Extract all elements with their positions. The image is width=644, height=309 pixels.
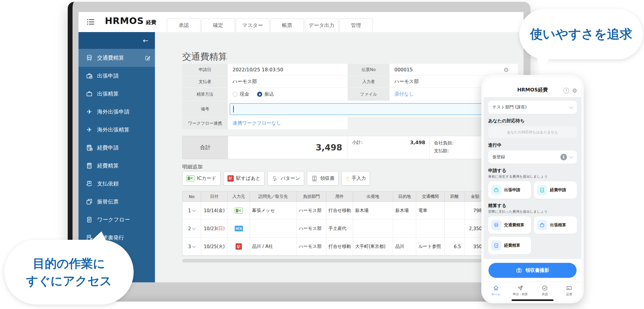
payment-hand-icon	[86, 180, 93, 187]
bag-icon	[491, 185, 501, 195]
payer-label: 支払者	[182, 76, 228, 88]
receipt-camera-button[interactable]: 領収書撮影	[488, 263, 577, 278]
speech-bubble-bottom: 目的の作業に すぐにアクセス	[4, 240, 134, 305]
hrmos-logo: HRMOS 経費	[105, 16, 156, 26]
ic-card-icon: IC	[186, 175, 194, 181]
receipt-button[interactable]: 領収書	[307, 171, 339, 186]
home-icon	[493, 285, 499, 291]
nav-apply-settle[interactable]: 申請・精算	[512, 285, 529, 296]
sidebar-item-payment-request[interactable]: 支払依頼	[79, 175, 155, 193]
tab-report[interactable]: 帳票	[270, 18, 304, 32]
sidebar-item-overseas-settle[interactable]: ✈ 海外出張精算	[79, 121, 155, 139]
station-icon: 駅	[227, 175, 234, 182]
nav-evidence[interactable]: 証憑	[560, 285, 578, 296]
settle-section-title: 精算する	[488, 203, 577, 209]
manual-input-button[interactable]: ☝ 手入力	[341, 171, 370, 186]
page-title: 交通費精算	[182, 51, 227, 63]
logo-primary: HRMOS	[105, 16, 144, 26]
table-row[interactable]: 1 10/14(金) IC 幕張メッセ ハーモス部 打合せ移動 新木場 新木場 …	[183, 202, 486, 220]
detail-add-title: 明細追加	[182, 163, 203, 170]
total-value: 3,498	[228, 136, 348, 159]
sidebar-item-trip-settle[interactable]: 出張精算	[79, 85, 155, 103]
subtotal-label: 小計:	[352, 140, 363, 145]
phone-screen: HRMOS経費 ? ⚙ テスト部門 (課長) あなたの対応待ち あなたの対応待ち…	[484, 77, 581, 301]
camera-icon	[516, 267, 522, 274]
sidebar-item-transport-expense[interactable]: 交通費精算	[79, 49, 155, 67]
workflow-label: ワークフロー連携	[182, 117, 228, 130]
workflow-icon	[86, 216, 93, 223]
expense-settle-card[interactable]: 経費精算	[488, 237, 531, 254]
chevron-down-icon	[192, 244, 196, 248]
remarks-input[interactable]	[230, 103, 482, 115]
radio-cash-circle[interactable]	[233, 92, 238, 97]
chevron-down-icon	[569, 105, 573, 109]
row-expander[interactable]: 2	[183, 220, 201, 238]
edit-pencil-icon[interactable]	[144, 55, 151, 61]
row-expander[interactable]: 1	[183, 202, 201, 220]
expense-apply-card[interactable]: 経費申請	[534, 181, 577, 199]
progress-section-title: 進行中	[488, 142, 577, 148]
briefcase-apply-icon	[86, 72, 93, 79]
sidebar-item-overseas-apply[interactable]: ✈ 海外出張申請	[79, 103, 155, 121]
menu-list-icon[interactable]	[86, 17, 95, 26]
settings-gear-icon[interactable]: ⚙	[572, 88, 577, 94]
radio-transfer[interactable]: 振込	[257, 91, 274, 97]
tab-approval[interactable]: 承認	[167, 18, 200, 32]
phone-body: テスト部門 (課長) あなたの対応待ち あなたの対応待ちはありません 進行中 仮…	[484, 97, 581, 254]
row-expander[interactable]: 3	[183, 238, 201, 256]
subtotal-value: 3,498	[410, 140, 425, 145]
transport-settle-card[interactable]: 交通費精算	[488, 216, 531, 234]
department-select[interactable]: テスト部門 (課長)	[488, 101, 577, 114]
train-icon	[491, 220, 501, 230]
ic-card-button[interactable]: IC ICカード	[182, 171, 221, 186]
settle-section-subtitle: 実際に支払った費用を提出しましょう	[488, 209, 577, 214]
hand-input-icon: ☝	[346, 175, 349, 181]
tab-confirm[interactable]: 確定	[201, 18, 235, 32]
tab-master[interactable]: マスター	[236, 18, 269, 32]
workflow-link[interactable]: 連携ワークフローなし	[233, 120, 281, 126]
plane-icon: ✈	[86, 126, 93, 133]
slip-no-label: 伝票No	[348, 64, 390, 76]
ekispert-button[interactable]: 駅 駅すぱあと	[223, 171, 265, 186]
sidebar-item-expense-settle[interactable]: 経費精算	[79, 157, 155, 175]
chevron-down-icon	[569, 155, 573, 159]
calculator-apply-icon	[86, 144, 93, 151]
sidebar-item-transfer-slip[interactable]: 振替伝票	[79, 193, 155, 211]
sidebar-item-expense-apply[interactable]: 経費申請	[79, 139, 155, 157]
pattern-button[interactable]: パターン	[267, 171, 304, 186]
table-header-row: No 日付 入力元 訪問先／取引先 負担部門 用件 出発地 目的地 交通機関 距…	[183, 192, 486, 202]
ic-card-icon: IC	[235, 208, 243, 214]
document-icon	[491, 240, 501, 251]
logo-secondary: 経費	[146, 19, 156, 26]
sidebar-item-trip-apply[interactable]: 出張申請	[79, 67, 155, 85]
method-label: 精算方法	[182, 88, 228, 101]
text-cursor	[233, 106, 234, 112]
table-row[interactable]: 2 10/23(日) OCR ハーモス部 手土産代 2,350	[183, 220, 486, 238]
waiting-empty-card: あなたの対応待ちはありません	[488, 126, 577, 138]
nav-approval[interactable]: 承認	[536, 285, 553, 296]
nav-home[interactable]: ホーム	[487, 285, 505, 296]
top-tabs: 承認 確定 マスター 帳票 データ出力 管理	[167, 18, 373, 32]
paper-plane-icon	[517, 285, 524, 291]
tab-data-export[interactable]: データ出力	[305, 18, 338, 32]
trip-apply-card[interactable]: 出張申請	[488, 181, 531, 199]
trip-settle-card[interactable]: 出張精算	[534, 216, 577, 234]
apply-section-subtitle: 事前に発生する費用を提出しましょう	[488, 174, 577, 179]
sidebar-collapse[interactable]: ←	[79, 32, 155, 49]
main-content: 交通費精算 申請日 2022/10/25 18:03:50 伝票No 00001…	[155, 32, 524, 282]
ocr-icon: OCR	[235, 226, 243, 231]
sidebar-item-workflow[interactable]: ワークフロー	[79, 211, 155, 229]
radio-transfer-circle[interactable]	[257, 92, 262, 97]
table-row[interactable]: 3 10/25(火) 駅 品川 / A社 ハーモス部 打合せ移動 大手町(東京都…	[183, 238, 486, 256]
horizontal-scrollbar[interactable]	[182, 259, 486, 263]
gear-icon[interactable]: ⚙	[503, 67, 509, 73]
tab-admin[interactable]: 管理	[339, 18, 373, 32]
method-value: 現金 振込	[228, 88, 348, 101]
home-indicator	[512, 299, 553, 301]
mobile-phone: HRMOS経費 ? ⚙ テスト部門 (課長) あなたの対応待ち あなたの対応待ち…	[481, 75, 584, 303]
radio-cash[interactable]: 現金	[233, 91, 249, 97]
progress-status-select[interactable]: 仮登録 1	[488, 150, 577, 164]
file-attachment-link[interactable]: 添付なし	[394, 91, 414, 97]
help-icon[interactable]: ?	[563, 88, 569, 94]
expense-table: No 日付 入力元 訪問先／取引先 負担部門 用件 出発地 目的地 交通機関 距…	[182, 191, 486, 256]
